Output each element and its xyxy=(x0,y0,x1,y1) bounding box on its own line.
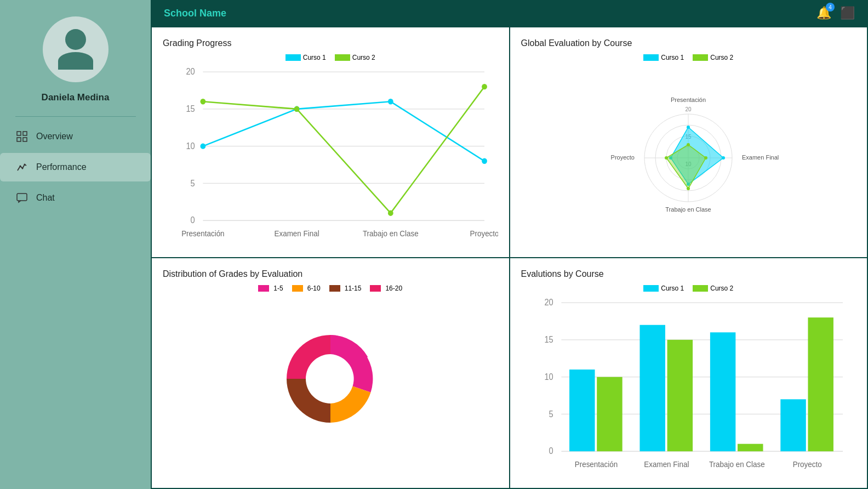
grid-icon xyxy=(15,130,28,143)
sidebar-divider xyxy=(15,116,136,117)
svg-point-5 xyxy=(22,168,24,169)
sidebar-overview-label: Overview xyxy=(36,132,73,141)
svg-text:10: 10 xyxy=(186,141,195,151)
svg-text:0: 0 xyxy=(191,215,195,225)
legend-color-curso1 xyxy=(285,54,301,61)
donut-chart xyxy=(276,324,385,434)
svg-text:20: 20 xyxy=(544,298,553,308)
legend-16-20: 16-20 xyxy=(370,285,402,292)
seg-11-15 xyxy=(287,379,330,423)
grading-progress-legend: Curso 1 Curso 2 xyxy=(163,54,498,61)
global-eval-legend: Curso 1 Curso 2 xyxy=(521,54,856,61)
legend-radar-color2 xyxy=(693,54,708,61)
sidebar-item-chat[interactable]: Chat xyxy=(0,184,151,212)
svg-point-18 xyxy=(200,143,205,149)
avatar xyxy=(43,16,108,82)
grading-progress-card: Grading Progress Curso 1 Curso 2 xyxy=(152,27,509,257)
legend-radar-curso1: Curso 1 xyxy=(643,54,684,61)
legend-color-6-10 xyxy=(292,285,303,292)
legend-eval-color2 xyxy=(693,285,708,292)
svg-text:Trabajo en Clase: Trabajo en Clase xyxy=(666,206,711,213)
sidebar-chat-label: Chat xyxy=(36,193,55,203)
svg-rect-1 xyxy=(23,132,27,135)
user-name: Daniela Medina xyxy=(42,92,110,103)
sidebar: Daniela Medina Overview Performance xyxy=(0,0,151,489)
dist-grades-card: Distribution of Grades by Evaluation 1-5… xyxy=(152,258,509,488)
performance-icon xyxy=(15,161,28,174)
legend-radar-label1: Curso 1 xyxy=(661,54,684,61)
svg-rect-3 xyxy=(23,138,27,141)
sidebar-item-overview[interactable]: Overview xyxy=(0,122,151,151)
legend-eval-label1: Curso 1 xyxy=(661,285,684,292)
svg-point-45 xyxy=(722,156,725,160)
svg-rect-0 xyxy=(17,132,21,135)
svg-text:Proyecto: Proyecto xyxy=(470,229,498,238)
legend-color-11-15 xyxy=(329,285,340,292)
svg-point-25 xyxy=(482,84,487,89)
svg-text:Examen Final: Examen Final xyxy=(644,460,689,469)
main-content: School Name 🔔 4 ⬛ Grading Progress Curso… xyxy=(151,0,868,489)
svg-text:5: 5 xyxy=(191,178,195,188)
svg-text:15: 15 xyxy=(186,104,195,114)
svg-text:0: 0 xyxy=(549,446,553,456)
avatar-body xyxy=(58,52,93,70)
legend-eval-curso1: Curso 1 xyxy=(643,285,684,292)
sidebar-item-performance[interactable]: Performance xyxy=(0,153,151,181)
school-name: School Name xyxy=(164,8,226,19)
legend-eval-color1 xyxy=(643,285,659,292)
eval-by-course-card: Evalutions by Course Curso 1 Curso 2 xyxy=(510,258,867,488)
global-eval-chart: 20 15 10 Presentación Examen Final Traba… xyxy=(521,65,856,251)
legend-eval-label2: Curso 2 xyxy=(710,285,733,292)
content-grid: Grading Progress Curso 1 Curso 2 xyxy=(151,26,868,489)
notification-bell[interactable]: 🔔 4 xyxy=(816,6,831,20)
legend-radar-color1 xyxy=(643,54,659,61)
svg-point-20 xyxy=(388,99,393,104)
sidebar-performance-label: Performance xyxy=(36,162,87,172)
legend-color-curso2 xyxy=(335,54,350,61)
legend-label-11-15: 11-15 xyxy=(345,285,362,292)
svg-text:20: 20 xyxy=(186,67,195,77)
bar-trab-c2 xyxy=(738,444,763,452)
svg-point-52 xyxy=(665,156,668,160)
legend-label-1-5: 1-5 xyxy=(273,285,283,292)
legend-radar-curso2: Curso 2 xyxy=(693,54,733,61)
bar-exam-c1 xyxy=(639,325,665,452)
svg-point-4 xyxy=(20,166,21,167)
svg-point-21 xyxy=(482,158,487,164)
svg-point-22 xyxy=(200,99,205,104)
seg-16-20 xyxy=(287,335,330,379)
global-eval-card: Global Evaluation by Course Curso 1 Curs… xyxy=(510,27,867,257)
notification-badge: 4 xyxy=(826,3,835,12)
svg-text:Examen Final: Examen Final xyxy=(742,154,779,161)
svg-text:Trabajo en Clase: Trabajo en Clase xyxy=(363,229,419,238)
svg-point-50 xyxy=(704,156,707,160)
legend-eval-curso2: Curso 2 xyxy=(693,285,733,292)
grading-progress-chart: 20 15 10 5 0 xyxy=(163,65,498,251)
svg-text:15: 15 xyxy=(544,335,553,345)
legend-1-5: 1-5 xyxy=(258,285,283,292)
bar-exam-c2 xyxy=(667,340,692,451)
svg-point-23 xyxy=(294,106,300,112)
svg-rect-2 xyxy=(17,138,21,141)
bar-pres-c2 xyxy=(597,377,622,452)
legend-radar-label2: Curso 2 xyxy=(710,54,733,61)
donut-chart-container xyxy=(163,297,498,460)
eval-by-course-title: Evalutions by Course xyxy=(521,269,856,279)
svg-text:Presentación: Presentación xyxy=(181,229,224,238)
header: School Name 🔔 4 ⬛ xyxy=(151,0,868,26)
bar-trab-c1 xyxy=(710,332,735,451)
donut-group xyxy=(287,335,373,423)
svg-text:Presentación: Presentación xyxy=(671,96,706,103)
logout-icon[interactable]: ⬛ xyxy=(840,6,855,20)
donut-legend: 1-5 6-10 11-15 16-20 xyxy=(163,285,498,292)
legend-curso2: Curso 2 xyxy=(335,54,375,61)
svg-point-51 xyxy=(687,187,690,190)
legend-6-10: 6-10 xyxy=(292,285,321,292)
svg-text:Trabajo en Clase: Trabajo en Clase xyxy=(709,460,764,469)
legend-color-1-5 xyxy=(258,285,269,292)
seg-6-10 xyxy=(330,386,371,422)
svg-point-24 xyxy=(388,210,393,215)
svg-text:Presentación: Presentación xyxy=(574,460,617,469)
global-eval-title: Global Evaluation by Course xyxy=(521,38,856,48)
legend-color-16-20 xyxy=(370,285,381,292)
